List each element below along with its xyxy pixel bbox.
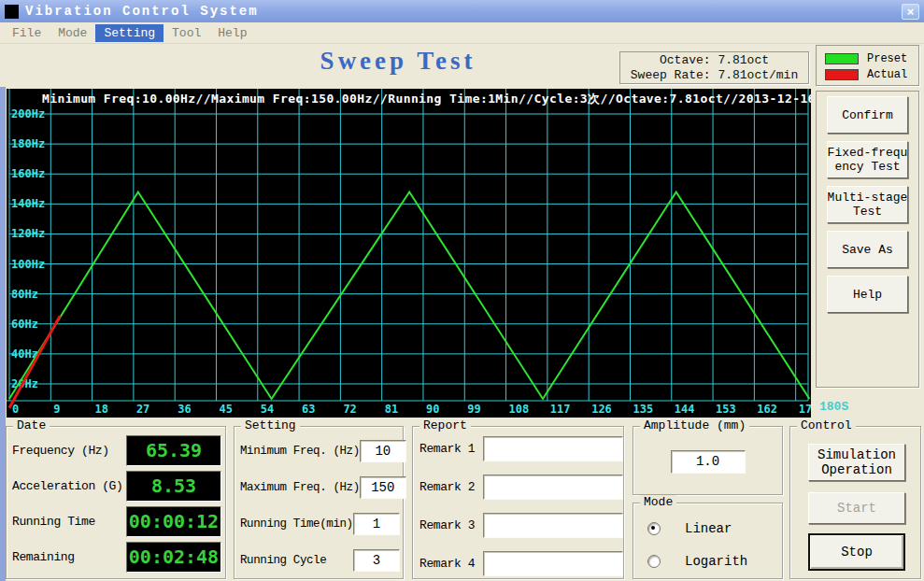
side-button-confirm[interactable]: Confirm [827, 96, 908, 134]
value-input[interactable]: 3 [353, 549, 400, 572]
x-tick-label: 45 [219, 403, 232, 416]
window-title: Vibration Control System [25, 4, 259, 19]
button-label: Save As [842, 243, 893, 257]
date-panel: Date Frequency (Hz)65.39Acceleration (G)… [6, 426, 226, 579]
panel-title: Mode [640, 495, 676, 509]
mode-option[interactable]: Linear [647, 521, 782, 536]
field-label: Acceleration (G) [12, 479, 126, 493]
x-tick-label: 9 [53, 403, 60, 416]
setting-row: Minimum Freq. (Hz)10 [235, 432, 403, 469]
close-icon[interactable]: × [902, 4, 919, 20]
menu-item-help[interactable]: Help [209, 24, 255, 42]
side-button-multi-stage-test[interactable]: Multi-stageTest [827, 186, 908, 223]
date-rows: Frequency (Hz)65.39Acceleration (G)8.53R… [7, 427, 225, 574]
title-bar: Vibration Control System × [0, 0, 924, 22]
setting-panel: Setting Minimum Freq. (Hz)10Maximum Freq… [234, 426, 404, 579]
report-panel: Report Remark 1Remark 2Remark 3Remark 4 [412, 426, 624, 579]
amplitude-input[interactable]: 1.0 [671, 450, 746, 474]
menu-bar: FileModeSettingToolHelp [0, 22, 924, 44]
x-tick-label: 63 [302, 403, 315, 416]
field-label: Minimum Freq. (Hz) [240, 445, 360, 458]
value-input[interactable]: 150 [360, 476, 406, 499]
date-row: Frequency (Hz)65.39 [7, 432, 225, 468]
field-label: Remark 2 [419, 480, 481, 494]
value-input[interactable]: 10 [360, 440, 406, 462]
radio-logarith[interactable] [647, 555, 661, 568]
x-tick-label: 81 [385, 403, 398, 416]
menu-item-file[interactable]: File [4, 24, 50, 42]
button-label: Help [853, 288, 882, 302]
menu-item-mode[interactable]: Mode [50, 24, 95, 42]
panel-title: Report [419, 418, 471, 432]
chart-info-text: Minimum Freq:10.00Hz//Maximum Freq:150.0… [42, 92, 811, 106]
field-label: Running Time [12, 515, 126, 529]
y-tick-label: 140Hz [11, 197, 45, 210]
control-button-stop[interactable]: Stop [808, 533, 905, 571]
sweep-rate-value: Sweep Rate: 7.81oct/min [620, 68, 808, 83]
side-button-fixed-frequ-ency-test[interactable]: Fixed-frequency Test [827, 141, 908, 178]
x-tick-label: 99 [467, 403, 480, 416]
radio-linear[interactable] [647, 522, 661, 535]
menu-item-setting[interactable]: Setting [95, 24, 163, 42]
x-tick-label: 108 [509, 403, 530, 416]
control-button-simulation-operation[interactable]: SimulationOperation [808, 444, 905, 481]
report-row: Remark 3 [413, 506, 623, 545]
remark-input[interactable] [483, 436, 623, 461]
button-label: Confirm [842, 108, 893, 122]
button-label: Simulation [817, 447, 896, 462]
field-label: Running Time(min) [240, 517, 353, 531]
vibration-control-window: Vibration Control System × FileModeSetti… [0, 0, 924, 581]
button-label: Multi-stage [828, 191, 908, 205]
legend-label: Actual [867, 68, 907, 81]
field-label: Remark 3 [419, 518, 481, 532]
x-tick-label: 27 [136, 403, 149, 416]
report-rows: Remark 1Remark 2Remark 3Remark 4 [413, 427, 623, 581]
lcd-display: 00:00:12 [126, 506, 221, 537]
x-tick-label: 36 [178, 403, 191, 416]
preset-color-swatch [825, 53, 859, 64]
date-row: Remaining00:02:48 [7, 539, 225, 574]
panel-title: Amplitude (mm) [640, 418, 749, 432]
x-tick-label: 153 [716, 403, 736, 416]
date-row: Acceleration (G)8.53 [7, 468, 225, 503]
setting-row: Running Cycle3 [235, 542, 403, 578]
control-button-start: Start [808, 492, 905, 524]
radio-label: Logarith [685, 554, 747, 569]
chart-legend: Preset Actual [816, 45, 919, 86]
panel-title: Control [797, 418, 856, 432]
menu-item-tool[interactable]: Tool [163, 24, 209, 42]
side-button-help[interactable]: Help [827, 276, 908, 313]
remark-input[interactable] [483, 551, 623, 576]
x-tick-label: 90 [426, 403, 439, 416]
legend-item-actual: Actual [825, 67, 918, 81]
y-tick-label: 60Hz [11, 318, 38, 331]
x-tick-label: 117 [550, 403, 571, 416]
x-tick-label: 162 [757, 403, 777, 416]
x-tick-label: 171 [799, 403, 811, 416]
setting-row: Running Time(min)1 [235, 505, 403, 542]
page-title: Sweep Test [280, 47, 516, 76]
octave-value: Octave: 7.81oct [620, 53, 808, 68]
x-tick-label: 54 [261, 403, 274, 416]
side-button-save-as[interactable]: Save As [827, 231, 908, 268]
field-label: Remaining [12, 550, 126, 564]
remark-input[interactable] [483, 475, 623, 500]
chart-area: 200Hz180Hz160Hz140Hz120Hz100Hz80Hz60Hz40… [7, 89, 811, 418]
field-label: Frequency (Hz) [12, 444, 126, 458]
remark-input[interactable] [483, 513, 623, 538]
field-label: Remark 1 [419, 442, 481, 456]
setting-rows: Minimum Freq. (Hz)10Maximum Freq. (Hz)15… [235, 427, 403, 578]
mode-options: LinearLogarith [633, 521, 782, 569]
field-label: Remark 4 [419, 557, 481, 571]
panel-title: Date [13, 418, 50, 432]
y-tick-label: 80Hz [11, 288, 38, 301]
x-tick-label: 0 [12, 403, 19, 416]
date-row: Running Time00:00:12 [7, 503, 225, 539]
field-label: Running Cycle [240, 554, 353, 567]
value-input[interactable]: 1 [353, 513, 400, 535]
control-panel: Control SimulationOperationStartStop [789, 426, 921, 579]
lcd-display: 65.39 [126, 435, 221, 466]
radio-label: Linear [685, 521, 732, 536]
amplitude-panel: Amplitude (mm) 1.0 [633, 426, 783, 495]
mode-option[interactable]: Logarith [647, 554, 782, 569]
